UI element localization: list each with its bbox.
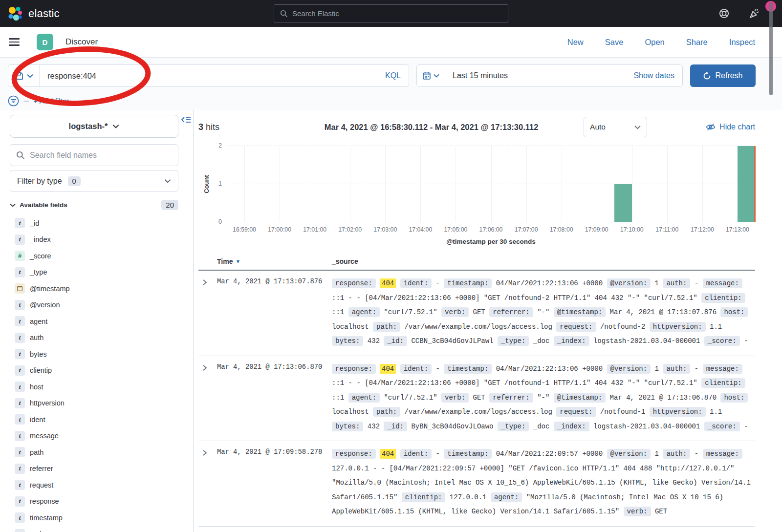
query-input[interactable]: response:404 KQL [8,64,409,87]
source-field-name: timestamp: [444,364,492,374]
source-field-name: response: [332,449,376,459]
column-time[interactable]: Time ▼ [198,257,332,265]
source-field-name: clientip: [402,492,446,502]
add-filter-link[interactable]: + Add filter [33,97,69,106]
field-item-clientip[interactable]: tclientip [0,362,193,379]
source-field-value: 1 [655,450,659,458]
field-item-verb[interactable]: tverb [0,526,193,532]
document-row: Mar 4, 2021 @ 17:09:58.278response: 404 … [198,441,755,527]
source-field-name: request: [556,407,596,417]
source-field-name: verb: [441,307,469,317]
global-search-input[interactable]: Search Elastic [274,4,508,22]
source-field-name: clientip: [701,293,745,303]
toolbar-action-share[interactable]: Share [686,38,708,47]
text-field-icon: t [15,447,25,457]
field-item-@timestamp[interactable]: @timestamp [0,280,193,297]
search-icon [280,10,288,18]
expand-row-icon[interactable] [198,362,217,434]
field-item-auth[interactable]: tauth [0,330,193,346]
source-field-name: timestamp: [444,278,492,288]
column-source: _source [332,257,358,265]
discover-app-badge[interactable]: D [37,34,53,50]
source-field-name: ident: [400,449,432,459]
hide-chart-label: Hide chart [719,123,755,131]
toolbar-action-inspect[interactable]: Inspect [729,38,755,47]
field-item-_index[interactable]: t_index [0,232,193,248]
field-item-request[interactable]: trequest [0,477,193,493]
menu-icon[interactable] [9,38,20,46]
interval-select[interactable]: Auto [584,117,647,137]
field-name: _score [30,252,51,260]
source-field-value: - [435,365,439,373]
histogram-bar[interactable] [738,146,755,222]
refresh-button[interactable]: Refresh [690,64,756,87]
collapse-sidebar-icon[interactable] [181,116,191,124]
elastic-brand[interactable]: elastic [0,5,60,22]
help-icon[interactable] [718,8,730,19]
source-field-value: - [695,365,698,373]
show-dates-link[interactable]: Show dates [633,71,682,80]
search-field-names-input[interactable]: Search field names [10,144,178,166]
v-gridline [562,146,562,222]
toolbar-action-save[interactable]: Save [605,38,624,47]
source-field-name: httpversion: [650,322,706,332]
field-item-agent[interactable]: tagent [0,313,193,330]
search-icon [16,151,25,160]
toolbar-action-new[interactable]: New [567,38,584,47]
hide-chart-link[interactable]: Hide chart [647,123,755,131]
text-field-icon: t [15,480,25,490]
field-name: _id [30,219,39,227]
x-tick-label: 17:01:00 [303,226,326,233]
sort-descending-icon[interactable]: ▼ [235,258,240,264]
field-item-_id[interactable]: t_id [0,215,193,232]
expand-row-icon[interactable] [198,447,217,519]
source-field-value: ::1 [332,394,344,402]
field-item-host[interactable]: thost [0,379,193,395]
v-gridline [702,146,703,222]
v-gridline [526,146,527,222]
date-picker[interactable]: Last 15 minutes Show dates [416,64,683,87]
quick-select-button[interactable] [417,65,445,86]
toolbar-action-open[interactable]: Open [645,38,664,47]
table-body: Mar 4, 2021 @ 17:13:07.876response: 404 … [198,271,755,527]
histogram-chart[interactable]: Count 012 [198,146,755,222]
x-tick-label: 17:00:00 [268,226,291,233]
plot-area[interactable] [227,146,755,222]
text-field-icon: t [15,382,25,392]
filter-by-type-select[interactable]: Filter by type 0 [10,170,178,192]
chevron-down-icon [634,125,641,129]
index-pattern-select[interactable]: logstash-* [10,115,178,138]
field-item-@version[interactable]: t@version [0,297,193,314]
query-text[interactable]: response:404 [40,71,385,81]
field-item-httpversion[interactable]: thttpversion [0,395,193,412]
scrollbar-thumb[interactable] [769,2,773,95]
field-item-_score[interactable]: #_score [0,248,193,264]
source-field-value: localhost [332,408,369,416]
field-name: @version [30,301,60,309]
saved-query-menu-button[interactable] [8,65,40,86]
field-item-bytes[interactable]: tbytes [0,346,193,362]
field-item-path[interactable]: tpath [0,444,193,461]
query-section: response:404 KQL [0,58,782,110]
expand-row-icon[interactable] [198,277,217,349]
source-field-name: @version: [607,278,651,288]
field-item-ident[interactable]: tident [0,411,193,428]
available-fields-label: Available fields [20,201,67,209]
field-item-referrer[interactable]: treferrer [0,461,193,477]
histogram-bar[interactable] [614,184,632,222]
filter-icon[interactable] [8,95,19,106]
document-row: Mar 4, 2021 @ 17:13:06.870response: 404 … [198,356,755,442]
time-range-value[interactable]: Last 15 minutes [445,71,633,80]
v-gridline [315,146,315,222]
field-item-_type[interactable]: t_type [0,264,193,281]
field-item-message[interactable]: tmessage [0,428,193,445]
newsfeed-icon[interactable] [748,7,760,20]
field-name: path [30,448,43,456]
kql-switch[interactable]: KQL [385,71,409,80]
available-fields-header[interactable]: Available fields 20 [10,200,178,210]
field-item-response[interactable]: tresponse [0,493,193,510]
field-item-timestamp[interactable]: ttimestamp [0,510,193,526]
field-name: message [30,432,59,440]
source-field-value: _doc [533,423,550,430]
source-field-value: 1 [655,279,659,287]
